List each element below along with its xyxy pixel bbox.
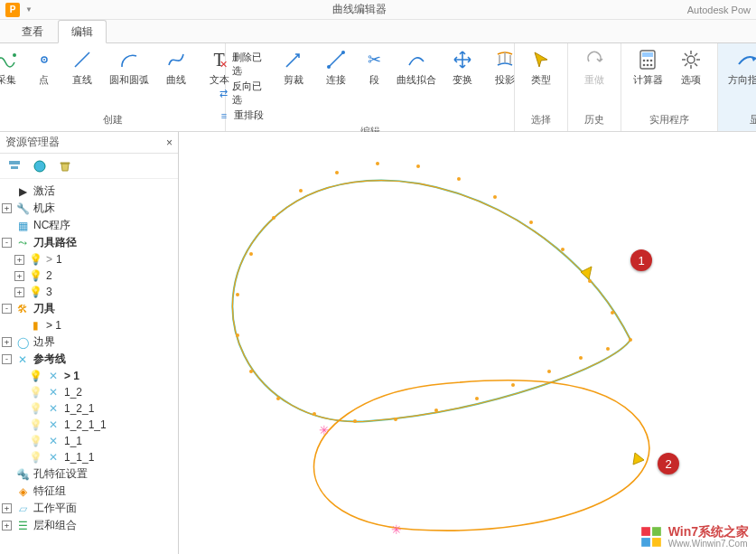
arc-button[interactable]: 圆和圆弧 [107, 47, 152, 85]
explorer-close[interactable]: × [166, 136, 173, 149]
svg-point-33 [588, 279, 592, 283]
x-icon: ✕ [218, 58, 229, 70]
svg-point-52 [475, 397, 479, 400]
title-bar: P ▼ 曲线编辑器 Autodesk Pow [0, 0, 756, 20]
redo-icon [582, 47, 607, 72]
curve-button[interactable]: 曲线 [157, 47, 195, 85]
line-button[interactable]: 直线 [63, 47, 101, 85]
svg-point-53 [511, 383, 515, 387]
redo-button[interactable]: 重做 [575, 47, 613, 85]
node-r4[interactable]: 1_2_1_1 [64, 418, 107, 431]
bulb-icon: 💡 [28, 285, 42, 299]
collapse-toggle[interactable]: - [2, 238, 12, 248]
bulb-on-icon: 💡 [28, 369, 42, 383]
window-title: 曲线编辑器 [33, 2, 687, 17]
calculator-icon [635, 47, 660, 72]
delete-selected[interactable]: ✕删除已选 [218, 51, 267, 78]
pattern-icon: ✕ [46, 385, 61, 399]
node-tp3[interactable]: 3 [46, 286, 52, 298]
svg-point-32 [611, 311, 614, 315]
svg-point-37 [457, 177, 461, 181]
options-button[interactable]: 选项 [672, 47, 710, 85]
annotation-2: 2 [658, 453, 679, 474]
tab-view[interactable]: 查看 [9, 21, 56, 42]
curvefit-button[interactable]: 曲线拟合 [397, 47, 436, 122]
qat-dropdown-icon[interactable]: ▼ [25, 5, 33, 14]
filter-icon[interactable] [5, 157, 23, 175]
featgrp-icon: ◈ [15, 484, 30, 499]
svg-point-43 [249, 252, 253, 256]
node-activate[interactable]: 激活 [33, 183, 55, 199]
svg-point-2 [43, 59, 45, 61]
svg-point-56 [606, 347, 610, 351]
machine-icon: 🔧 [15, 202, 30, 216]
svg-point-49 [353, 419, 357, 423]
node-nc[interactable]: NC程序 [33, 218, 70, 233]
node-r1[interactable]: > 1 [64, 370, 79, 382]
node-featgrp[interactable]: 特征组 [33, 484, 66, 499]
explorer-tree[interactable]: ▶激活 +🔧机床 ▦NC程序 -⤳刀具路径 +💡> 1 +💡2 +💡3 -🛠刀具… [0, 179, 178, 554]
transform-button[interactable]: 变换 [445, 47, 479, 122]
curve-icon [163, 47, 189, 72]
direction-icon [735, 47, 756, 72]
node-toolpath[interactable]: 刀具路径 [33, 235, 77, 250]
sample-button[interactable]: 采集 [0, 47, 25, 85]
node-tl1[interactable]: > 1 [46, 319, 61, 332]
expand-toggle[interactable]: + [2, 203, 12, 213]
node-boundary[interactable]: 边界 [33, 334, 55, 350]
node-r3[interactable]: 1_2_1 [64, 402, 94, 415]
bulb-icon: 💡 [28, 252, 42, 267]
svg-point-35 [529, 221, 533, 224]
nc-icon: ▦ [15, 219, 30, 233]
ribbon: 采集 点 直线 圆和圆弧 曲线 T 文本 创建 [0, 43, 756, 132]
svg-point-13 [647, 60, 649, 62]
node-tools[interactable]: 刀具 [33, 301, 55, 316]
svg-point-12 [643, 60, 646, 62]
pattern-icon: ✕ [46, 450, 61, 465]
calculator-button[interactable]: 计算器 [629, 47, 667, 85]
workplane-icon: ▱ [15, 502, 30, 516]
direction-button[interactable]: 方向指示 [725, 47, 756, 85]
segment-button[interactable]: ✂ 段 [362, 47, 387, 122]
svg-point-54 [547, 370, 551, 373]
node-machine[interactable]: 机床 [33, 201, 55, 216]
list-icon: ≡ [218, 109, 230, 122]
connect-button[interactable]: 连接 [319, 47, 352, 122]
trash-icon[interactable] [56, 157, 74, 175]
svg-point-42 [272, 216, 275, 220]
svg-point-6 [341, 51, 345, 54]
viewport[interactable]: ✳ ✳ 1 2 Win7系统之家 Www.Winwin7.Com [179, 132, 756, 554]
svg-point-30 [34, 161, 45, 172]
node-tp1[interactable]: 1 [56, 253, 62, 266]
pattern-icon: ✕ [46, 369, 61, 383]
bulb-off-icon: 💡 [28, 434, 42, 448]
node-r6[interactable]: 1_1_1 [64, 451, 94, 464]
node-holefeat[interactable]: 孔特征设置 [33, 466, 88, 482]
explorer-toolbar [0, 154, 178, 179]
globe-icon[interactable] [31, 157, 49, 175]
node-layers[interactable]: 层和组合 [33, 518, 77, 533]
node-tp2[interactable]: 2 [46, 269, 52, 282]
node-refline[interactable]: 参考线 [33, 352, 66, 367]
ribbon-group-select: 类型 选择 [515, 43, 568, 131]
annotation-1: 1 [630, 249, 652, 271]
node-workplane[interactable]: 工作平面 [33, 501, 77, 516]
point-button[interactable]: 点 [31, 47, 58, 85]
bulb-icon: 💡 [28, 268, 42, 283]
trim-button[interactable]: 剪裁 [276, 47, 310, 122]
rerank-segments[interactable]: ≡重排段 [218, 108, 264, 122]
reverse-selected[interactable]: ⇄反向已选 [218, 80, 267, 107]
pattern-icon: ✕ [46, 434, 61, 448]
node-r2[interactable]: 1_2 [64, 386, 82, 399]
svg-rect-28 [9, 161, 20, 164]
svg-line-24 [695, 63, 697, 66]
refline-icon: ✕ [15, 352, 30, 367]
group-label-display: 显示 [725, 110, 756, 131]
tab-edit[interactable]: 编辑 [58, 20, 107, 43]
node-r5[interactable]: 1_1 [64, 435, 82, 447]
bulb-off-icon: 💡 [28, 385, 42, 399]
type-button[interactable]: 类型 [522, 47, 560, 85]
svg-point-16 [647, 64, 649, 67]
cursor-icon [528, 47, 554, 72]
watermark-cn: Win7系统之家 [668, 525, 749, 539]
